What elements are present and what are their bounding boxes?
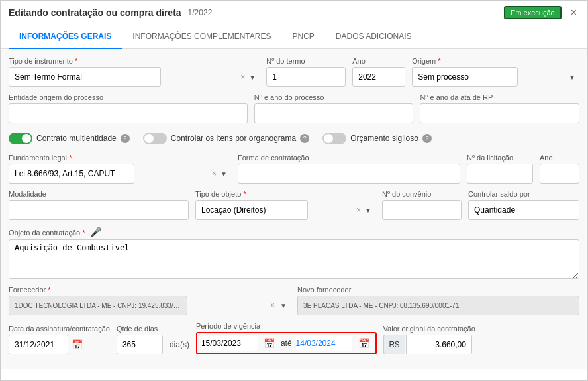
grupo-data-assinatura: Data da assinatura/contratação 📅 <box>9 325 110 354</box>
grupo-periodo-vigencia: Período de vigência 📅 até 📅 <box>196 322 377 354</box>
input-numero-licitacao[interactable] <box>467 164 533 184</box>
label-tipo-objeto: Tipo de objeto * <box>195 190 375 198</box>
grupo-fornecedor: Fornecedor * 1DOC TECNOLOGIA LTDA - ME -… <box>9 286 291 315</box>
label-numero-convenio: Nº do convênio <box>382 190 462 198</box>
input-ano-licitacao[interactable] <box>540 164 579 184</box>
label-ano-licitacao: Ano <box>540 154 579 162</box>
grupo-forma-contratacao: Forma de contratação <box>238 154 460 184</box>
grupo-dias-label: x dia(s) <box>170 325 189 354</box>
grupo-numero-termo: Nº do termo <box>266 57 346 87</box>
label-orcamento-sigiloso: Orçamento sigiloso <box>350 134 418 143</box>
label-novo-fornecedor: Novo fornecedor <box>297 286 579 294</box>
grupo-valor-original: Valor original da contratação R$ <box>383 325 475 354</box>
arrow-tipo-objeto: ▼ <box>365 207 371 214</box>
row-fundamento: Fundamento legal * × ▼ Forma de contrata… <box>9 154 579 184</box>
input-ano[interactable] <box>352 67 405 87</box>
grupo-numero-convenio: Nº do convênio <box>382 190 462 220</box>
switch-orcamento-sigiloso[interactable] <box>322 133 346 144</box>
label-contrato-multientidade: Contrato multientidade <box>36 134 117 143</box>
input-tipo-instrumento[interactable] <box>9 67 161 87</box>
label-controlar-saldo: Controlar saldo por <box>468 190 579 198</box>
calendar-icon-assinatura[interactable]: 📅 <box>70 339 85 350</box>
tab-pncp[interactable]: PNCP <box>281 25 324 49</box>
label-numero-ano-ata: Nº e ano da ata de RP <box>420 93 579 101</box>
grupo-tipo-instrumento: Tipo de instrumento * × ▼ <box>9 57 260 87</box>
grupo-modalidade: Modalidade <box>9 190 189 220</box>
calendar-icon-fim[interactable]: 📅 <box>356 338 371 349</box>
tab-informacoes-gerais[interactable]: INFORMAÇÕES GERAIS <box>9 25 122 49</box>
clear-fundamento-legal[interactable]: × <box>212 169 217 178</box>
row-modalidade: Modalidade Tipo de objeto * × ▼ Nº do co… <box>9 190 579 220</box>
row-fornecedor: Fornecedor * 1DOC TECNOLOGIA LTDA - ME -… <box>9 286 579 315</box>
input-controlar-saldo[interactable] <box>468 200 579 220</box>
input-periodo-inicio[interactable] <box>201 336 258 351</box>
textarea-objeto-contratacao[interactable]: <span data-bind="form.objeto_contratacao… <box>9 239 579 279</box>
select-wrapper-fundamento: × ▼ <box>9 164 231 184</box>
currency-group: R$ <box>383 335 475 354</box>
input-forma-contratacao[interactable] <box>238 164 460 184</box>
input-qtde-dias[interactable] <box>117 335 163 354</box>
tab-dados-adicionais[interactable]: DADOS ADICIONAIS <box>325 25 422 49</box>
input-valor-original[interactable] <box>406 335 472 354</box>
version-badge: 1/2022 <box>188 8 213 17</box>
input-tipo-objeto[interactable] <box>195 200 308 220</box>
clear-fornecedor[interactable]: × <box>270 301 275 310</box>
toggle-contrato-multientidade: Contrato multientidade ? <box>9 133 130 144</box>
window-title: Editando contratação ou compra direta <box>9 7 181 18</box>
label-fundamento-legal: Fundamento legal * <box>9 154 231 162</box>
title-bar: Editando contratação ou compra direta 1/… <box>1 1 587 25</box>
input-modalidade[interactable] <box>9 200 189 220</box>
label-forma-contratacao: Forma de contratação <box>238 154 460 162</box>
select-wrapper-fornecedor: 1DOC TECNOLOGIA LTDA - ME - CNPJ: 19.425… <box>9 296 291 315</box>
switch-controlar-itens[interactable] <box>143 133 167 144</box>
arrow-origem: ▼ <box>569 74 575 81</box>
input-numero-termo[interactable] <box>266 67 346 87</box>
switch-contrato-multientidade[interactable] <box>9 133 32 144</box>
info-controlar-itens[interactable]: ? <box>300 134 309 143</box>
clear-tipo-instrumento[interactable]: × <box>240 72 245 82</box>
label-numero-termo: Nº do termo <box>266 57 346 65</box>
input-periodo-fim[interactable] <box>296 336 352 351</box>
grupo-objeto-contratacao: Objeto da contratação * 🎤 <span data-bin… <box>9 227 579 279</box>
select-wrapper-origem: ▼ <box>412 67 579 87</box>
label-ano: Ano <box>352 57 405 65</box>
dias-label: dia(s) <box>170 340 189 349</box>
mic-icon[interactable]: 🎤 <box>90 227 101 237</box>
grupo-ano: Ano <box>352 57 405 87</box>
input-fornecedor[interactable]: 1DOC TECNOLOGIA LTDA - ME - CNPJ: 19.425… <box>9 296 187 315</box>
tab-bar: INFORMAÇÕES GERAIS INFORMAÇÕES COMPLEMEN… <box>1 25 587 49</box>
label-valor-original: Valor original da contratação <box>383 325 475 333</box>
label-numero-licitacao: Nº da licitação <box>467 154 533 162</box>
select-wrapper-tipo-objeto: × ▼ <box>195 200 375 220</box>
input-data-assinatura[interactable] <box>9 335 68 354</box>
main-window: Editando contratação ou compra direta 1/… <box>0 0 588 381</box>
grupo-tipo-objeto: Tipo de objeto * × ▼ <box>195 190 375 220</box>
period-box: 📅 até 📅 <box>196 332 377 354</box>
input-numero-convenio[interactable] <box>382 200 462 220</box>
arrow-fundamento-legal: ▼ <box>220 170 227 178</box>
label-objeto-contratacao: Objeto da contratação * 🎤 <box>9 227 579 237</box>
input-novo-fornecedor[interactable]: 3E PLACAS LTDA - ME - CNPJ: 08.135.690/0… <box>297 296 579 315</box>
input-numero-ano-processo[interactable] <box>254 103 414 123</box>
info-contrato-multientidade[interactable]: ? <box>121 134 130 143</box>
grupo-qtde-dias: Qtde de dias <box>117 325 163 354</box>
label-periodo-vigencia: Período de vigência <box>196 322 377 330</box>
calendar-icon-inicio[interactable]: 📅 <box>262 338 277 349</box>
label-qtde-dias: Qtde de dias <box>117 325 163 333</box>
currency-prefix: R$ <box>383 335 405 354</box>
input-numero-ano-ata[interactable] <box>420 103 579 123</box>
arrow-fornecedor: ▼ <box>280 302 287 309</box>
grupo-numero-ano-processo: Nº e ano do processo <box>254 93 414 123</box>
tab-informacoes-complementares[interactable]: INFORMAÇÕES COMPLEMENTARES <box>122 25 281 49</box>
label-numero-ano-processo: Nº e ano do processo <box>254 93 414 101</box>
close-button[interactable]: × <box>568 7 579 19</box>
clear-tipo-objeto[interactable]: × <box>356 205 361 215</box>
label-origem: Origem * <box>412 57 579 65</box>
input-entidade-origem[interactable] <box>9 103 248 123</box>
input-fundamento-legal[interactable] <box>9 164 134 184</box>
row-entidade: Entidade origem do processo Nº e ano do … <box>9 93 579 123</box>
input-origem[interactable] <box>412 67 518 87</box>
grupo-numero-ano-ata: Nº e ano da ata de RP <box>420 93 579 123</box>
info-orcamento-sigiloso[interactable]: ? <box>422 134 432 143</box>
row-datas: Data da assinatura/contratação 📅 Qtde de… <box>9 322 579 354</box>
